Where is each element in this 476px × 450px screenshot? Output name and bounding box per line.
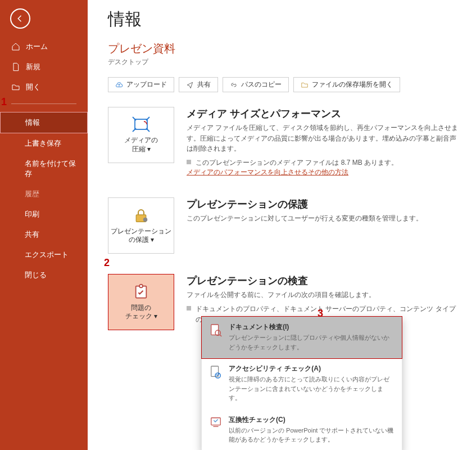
copy-path-button[interactable]: パスのコピー: [223, 77, 289, 92]
backstage-sidebar: ホーム 新規 開く 情報 上書き保存 名前を付けて保存 履歴 印刷 共有: [0, 0, 88, 450]
share-icon: [186, 81, 194, 89]
compress-media-icon: [132, 116, 151, 133]
link-icon: [230, 81, 238, 89]
check-issues-tile[interactable]: 問題のチェック▾: [108, 274, 174, 330]
menu-item-desc: 視覚に障碍のある方にとって読み取りにくい内容がプレゼンテーションに含まれていない…: [229, 375, 394, 403]
sidebar-item-save-as[interactable]: 名前を付けて保存: [0, 154, 88, 184]
media-bullet: このプレゼンテーションのメディア ファイルは 8.7 MB あります。: [187, 158, 460, 168]
lock-key-icon: [133, 207, 149, 224]
check-issues-menu: ドキュメント検査(I) プレゼンテーションに隠しプロパティや個人情報がないかどう…: [201, 316, 402, 450]
arrow-left-icon: [15, 14, 25, 24]
annotation-2: 2: [104, 257, 110, 269]
media-section: メディアの圧縮▾ メディア サイズとパフォーマンス メディア ファイルを圧縮して…: [108, 107, 460, 177]
sidebar-item-label: 閉じる: [25, 270, 47, 280]
button-label: ファイルの保存場所を開く: [312, 80, 393, 89]
tile-label: プレゼンテーションの保護▾: [108, 227, 174, 245]
sidebar-item-label: 情報: [25, 118, 40, 128]
checklist-icon: [133, 284, 149, 300]
cloud-upload-icon: [115, 81, 123, 89]
sidebar-item-label: 名前を付けて保存: [25, 159, 76, 179]
share-button[interactable]: 共有: [179, 77, 218, 92]
document-title: プレゼン資料: [108, 41, 460, 56]
info-toolbar: アップロード 共有 パスのコピー ファイルの保存場所を開く: [108, 77, 460, 92]
annotation-1: 1: [1, 96, 7, 108]
menu-item-accessibility-check[interactable]: アクセシビリティ チェック(A) 視覚に障碍のある方にとって読み取りにくい内容が…: [202, 358, 402, 410]
protect-desc: このプレゼンテーションに対してユーザーが行える変更の種類を管理します。: [187, 213, 460, 224]
compress-media-tile[interactable]: メディアの圧縮▾: [108, 107, 174, 163]
sidebar-item-label: ホーム: [26, 42, 48, 52]
svg-point-2: [143, 218, 148, 222]
sidebar-item-label: 上書き保存: [25, 138, 61, 148]
sidebar-item-history: 履歴: [0, 184, 88, 204]
sidebar-item-label: 共有: [25, 230, 39, 240]
info-page: 情報 プレゼン資料 デスクトップ アップロード 共有 パスのコピー ファイルの保…: [88, 0, 476, 450]
folder-open-icon: [11, 83, 20, 92]
document-header: プレゼン資料 デスクトップ: [108, 41, 460, 67]
sidebar-item-share[interactable]: 共有: [0, 224, 88, 245]
svg-point-4: [139, 284, 143, 287]
media-improve-link[interactable]: メディアのパフォーマンスを向上させるその他の方法: [187, 168, 348, 176]
annotation-3: 3: [318, 308, 323, 320]
tile-label: メディアの圧縮▾: [124, 136, 158, 154]
menu-item-desc: プレゼンテーションに隠しプロパティや個人情報がないかどうかをチェックします。: [229, 333, 394, 352]
button-label: パスのコピー: [241, 80, 282, 89]
menu-item-title: 互換性チェック(C): [229, 415, 394, 425]
file-icon: [11, 62, 20, 71]
menu-item-inspect-document[interactable]: ドキュメント検査(I) プレゼンテーションに隠しプロパティや個人情報がないかどう…: [201, 316, 402, 359]
menu-item-compatibility-check[interactable]: 互換性チェック(C) 以前のバージョンの PowerPoint でサポートされて…: [202, 410, 402, 451]
sidebar-item-label: 新規: [26, 62, 40, 72]
svg-rect-5: [211, 325, 219, 335]
compatibility-icon: [210, 416, 222, 429]
document-location: デスクトップ: [108, 57, 460, 67]
protect-presentation-tile[interactable]: プレゼンテーションの保護▾: [108, 197, 174, 254]
inspect-desc: ファイルを公開する前に、ファイルの次の項目を確認します。: [187, 290, 460, 300]
menu-item-title: ドキュメント検査(I): [229, 322, 394, 332]
chevron-down-icon: ▾: [154, 312, 157, 320]
svg-rect-0: [135, 119, 147, 129]
sidebar-item-export[interactable]: エクスポート: [0, 245, 88, 265]
button-label: 共有: [197, 80, 211, 89]
tile-label: 問題のチェック▾: [125, 304, 157, 321]
button-label: アップロード: [126, 80, 167, 89]
back-button[interactable]: [10, 8, 30, 29]
sidebar-item-save[interactable]: 上書き保存: [0, 133, 88, 154]
chevron-down-icon: ▾: [151, 236, 154, 244]
sidebar-item-close[interactable]: 閉じる: [0, 265, 88, 285]
chevron-down-icon: ▾: [147, 145, 151, 153]
sidebar-item-info[interactable]: 情報: [0, 112, 88, 133]
sidebar-item-label: エクスポート: [25, 250, 69, 260]
bullet-square-icon: [187, 160, 191, 164]
menu-item-desc: 以前のバージョンの PowerPoint でサポートされていない機能があるかどう…: [229, 426, 394, 444]
protect-section: プレゼンテーションの保護▾ プレゼンテーションの保護 このプレゼンテーションに対…: [108, 197, 460, 254]
sidebar-item-label: 印刷: [25, 209, 39, 219]
accessibility-icon: [210, 365, 222, 380]
media-heading: メディア サイズとパフォーマンス: [187, 107, 460, 120]
media-desc: メディア ファイルを圧縮して、ディスク領域を節約し、再生パフォーマンスを向上させ…: [187, 123, 460, 154]
sidebar-item-new[interactable]: 新規: [0, 57, 88, 77]
sidebar-item-print[interactable]: 印刷: [0, 204, 88, 224]
open-file-location-button[interactable]: ファイルの保存場所を開く: [293, 77, 400, 92]
sidebar-nav: ホーム 新規 開く 情報 上書き保存 名前を付けて保存 履歴 印刷 共有: [0, 37, 88, 285]
sidebar-item-open[interactable]: 開く: [0, 77, 88, 97]
bullet-square-icon: [187, 306, 191, 310]
sidebar-item-home[interactable]: ホーム: [0, 37, 88, 57]
folder-icon: [301, 81, 309, 89]
sidebar-item-label: 履歴: [25, 189, 39, 199]
upload-button[interactable]: アップロード: [108, 77, 174, 92]
page-title: 情報: [108, 8, 460, 31]
protect-heading: プレゼンテーションの保護: [187, 197, 460, 211]
document-inspect-icon: [210, 323, 222, 338]
home-icon: [11, 42, 20, 51]
inspect-heading: プレゼンテーションの検査: [187, 274, 460, 287]
menu-item-title: アクセシビリティ チェック(A): [229, 364, 394, 374]
sidebar-item-label: 開く: [26, 82, 40, 92]
